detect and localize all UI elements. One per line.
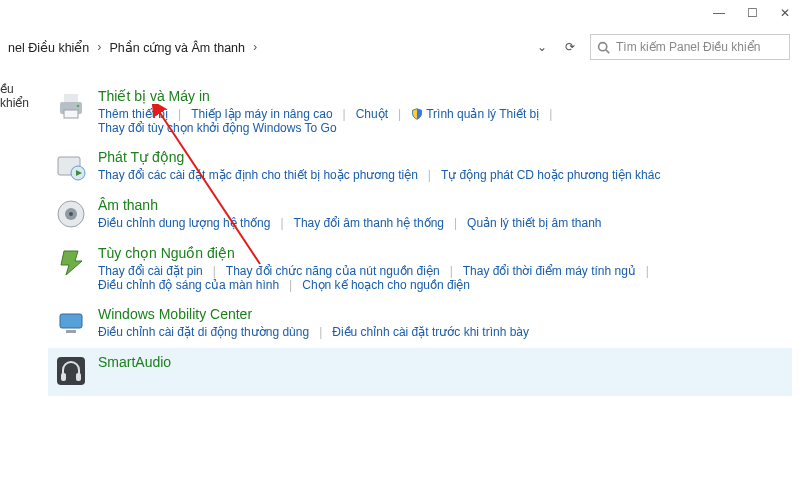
task-link-label: Thay đổi tùy chọn khởi động Windows To G…	[98, 121, 337, 135]
refresh-button[interactable]: ⟳	[556, 33, 584, 61]
svg-point-5	[77, 105, 80, 108]
category-icon	[54, 245, 88, 279]
category-row: Âm thanhĐiều chỉnh dung lượng hệ thống|T…	[48, 191, 792, 239]
link-separator: |	[428, 168, 441, 182]
svg-rect-3	[64, 94, 78, 102]
autoplay-icon	[54, 149, 88, 183]
task-link[interactable]: Chuột	[356, 107, 398, 121]
task-link-label: Chọn kế hoạch cho nguồn điện	[302, 278, 470, 292]
close-button[interactable]: ✕	[780, 6, 790, 20]
sidebar-home-link[interactable]: ều khiển	[0, 82, 40, 110]
search-icon	[597, 41, 610, 54]
svg-rect-16	[61, 373, 66, 381]
category-title[interactable]: SmartAudio	[98, 354, 786, 370]
task-link-label: Điều chỉnh dung lượng hệ thống	[98, 216, 270, 230]
task-link-label: Thay đổi các cài đặt mặc định cho thiết …	[98, 168, 418, 182]
link-separator: |	[178, 107, 191, 121]
link-separator: |	[213, 264, 226, 278]
breadcrumb[interactable]: nel Điều khiển › Phần cứng và Âm thanh ›	[8, 40, 257, 55]
category-title[interactable]: Phát Tự động	[98, 149, 786, 165]
task-link[interactable]: Trình quản lý Thiết bị	[411, 107, 549, 121]
breadcrumb-item[interactable]: nel Điều khiển	[8, 40, 89, 55]
task-link[interactable]: Điều chỉnh dung lượng hệ thống	[98, 216, 280, 230]
link-separator: |	[398, 107, 411, 121]
breadcrumb-separator-icon: ›	[253, 40, 257, 54]
task-link[interactable]: Thay đổi cài đặt pin	[98, 264, 213, 278]
category-row: Windows Mobility CenterĐiều chỉnh cài đặ…	[48, 300, 792, 348]
search-placeholder: Tìm kiếm Panel Điều khiển	[616, 40, 760, 54]
headphones-icon	[54, 354, 88, 388]
task-link-label: Điều chỉnh cài đặt trước khi trình bày	[332, 325, 529, 339]
svg-rect-14	[66, 330, 76, 333]
window-controls: — ☐ ✕	[713, 6, 790, 20]
maximize-button[interactable]: ☐	[747, 6, 758, 20]
task-link-label: Điều chỉnh độ sáng của màn hình	[98, 278, 279, 292]
category-row: Thiết bị và Máy inThêm thiết bị|Thiếp lậ…	[48, 82, 792, 143]
task-link[interactable]: Điều chỉnh cài đặt trước khi trình bày	[332, 325, 539, 339]
task-link[interactable]: Thay đổi thời điểm máy tính ngủ	[463, 264, 646, 278]
history-dropdown-button[interactable]: ⌄	[528, 33, 556, 61]
category-title[interactable]: Tùy chọn Nguồn điện	[98, 245, 786, 261]
category-links: Điều chỉnh cài đặt di động thường dùng|Đ…	[98, 325, 786, 339]
category-links: Thay đổi các cài đặt mặc định cho thiết …	[98, 168, 786, 182]
task-link[interactable]: Thay đổi chức năng của nút nguồn điện	[226, 264, 450, 278]
address-bar: nel Điều khiển › Phần cứng và Âm thanh ›…	[0, 30, 790, 64]
category-row: Tùy chọn Nguồn điệnThay đổi cài đặt pin|…	[48, 239, 792, 300]
task-link-label: Tự động phát CD hoặc phương tiện khác	[441, 168, 660, 182]
link-separator: |	[289, 278, 302, 292]
task-link[interactable]: Thay đổi các cài đặt mặc định cho thiết …	[98, 168, 428, 182]
minimize-button[interactable]: —	[713, 6, 725, 20]
task-link-label: Thay đổi âm thanh hệ thống	[294, 216, 444, 230]
link-separator: |	[549, 107, 562, 121]
printer-icon	[54, 88, 88, 122]
category-icon	[54, 88, 88, 122]
power-icon	[54, 245, 88, 279]
svg-line-1	[606, 49, 609, 52]
task-link-label: Thay đổi cài đặt pin	[98, 264, 203, 278]
task-link[interactable]: Thiếp lập máy in nâng cao	[191, 107, 342, 121]
task-link[interactable]: Thay đổi âm thanh hệ thống	[294, 216, 454, 230]
link-separator: |	[319, 325, 332, 339]
category-icon	[54, 197, 88, 231]
svg-rect-17	[76, 373, 81, 381]
task-link[interactable]: Điều chỉnh cài đặt di động thường dùng	[98, 325, 319, 339]
search-input[interactable]: Tìm kiếm Panel Điều khiển	[590, 34, 790, 60]
task-link-label: Thêm thiết bị	[98, 107, 168, 121]
task-link-label: Quản lý thiết bị âm thanh	[467, 216, 601, 230]
task-link-label: Thay đổi thời điểm máy tính ngủ	[463, 264, 636, 278]
task-link[interactable]: Tự động phát CD hoặc phương tiện khác	[441, 168, 670, 182]
link-separator: |	[454, 216, 467, 230]
svg-rect-12	[60, 314, 82, 328]
svg-point-0	[599, 42, 607, 50]
task-link[interactable]: Chọn kế hoạch cho nguồn điện	[302, 278, 480, 292]
link-separator: |	[646, 264, 659, 278]
category-links: Điều chỉnh dung lượng hệ thống|Thay đổi …	[98, 216, 786, 230]
task-link[interactable]: Điều chỉnh độ sáng của màn hình	[98, 278, 289, 292]
uac-shield-icon	[411, 108, 423, 120]
task-link-label: Điều chỉnh cài đặt di động thường dùng	[98, 325, 309, 339]
speaker-icon	[54, 197, 88, 231]
link-separator: |	[450, 264, 463, 278]
category-row: Phát Tự độngThay đổi các cài đặt mặc địn…	[48, 143, 792, 191]
mobility-center-icon	[54, 306, 88, 340]
category-title[interactable]: Thiết bị và Máy in	[98, 88, 786, 104]
category-icon	[54, 354, 88, 388]
category-icon	[54, 306, 88, 340]
task-link-label: Thay đổi chức năng của nút nguồn điện	[226, 264, 440, 278]
svg-point-11	[69, 212, 73, 216]
task-link[interactable]: Thêm thiết bị	[98, 107, 178, 121]
svg-rect-4	[64, 110, 78, 118]
breadcrumb-item[interactable]: Phần cứng và Âm thanh	[110, 40, 246, 55]
category-links: Thêm thiết bị|Thiếp lập máy in nâng cao|…	[98, 107, 786, 135]
task-link[interactable]: Thay đổi tùy chọn khởi động Windows To G…	[98, 121, 347, 135]
category-title[interactable]: Âm thanh	[98, 197, 786, 213]
task-link[interactable]: Quản lý thiết bị âm thanh	[467, 216, 611, 230]
category-row: SmartAudio	[48, 348, 792, 396]
task-link-label: Trình quản lý Thiết bị	[426, 107, 539, 121]
task-link-label: Chuột	[356, 107, 388, 121]
breadcrumb-separator-icon: ›	[97, 40, 101, 54]
category-title[interactable]: Windows Mobility Center	[98, 306, 786, 322]
link-separator: |	[280, 216, 293, 230]
task-link-label: Thiếp lập máy in nâng cao	[191, 107, 332, 121]
category-list: Thiết bị và Máy inThêm thiết bị|Thiếp lậ…	[48, 82, 792, 492]
